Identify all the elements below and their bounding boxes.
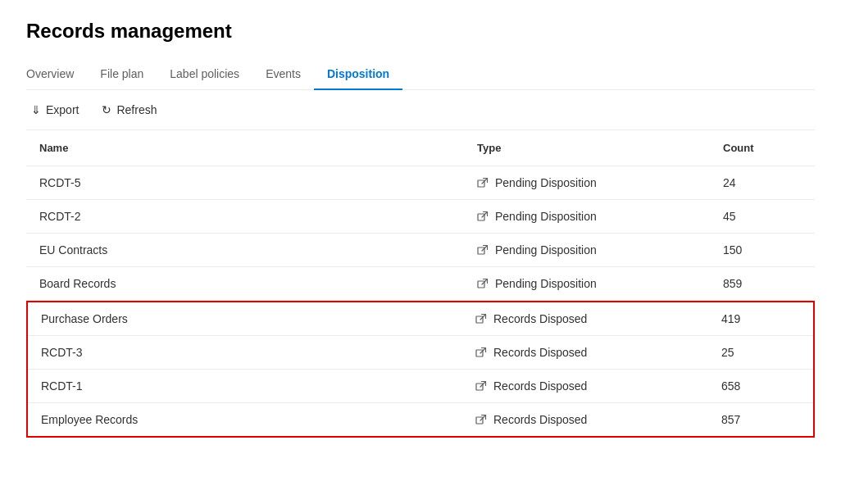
export-label: Export <box>46 103 79 116</box>
external-link-icon <box>475 347 487 358</box>
table-header: Name Type Count <box>26 130 815 166</box>
external-link-icon <box>477 177 489 188</box>
row-type: Pending Disposition <box>471 166 716 199</box>
table-row[interactable]: RCDT-2 Pending Disposition 45 <box>26 200 815 234</box>
row-name: RCDT-1 <box>28 370 469 402</box>
toolbar: ⇓ Export ↻ Refresh <box>26 90 815 130</box>
row-count: 419 <box>715 302 813 335</box>
svg-rect-3 <box>478 281 484 288</box>
row-name: Employee Records <box>28 403 469 436</box>
table-row-purchase-orders[interactable]: Purchase Orders Records Disposed 419 <box>28 302 813 336</box>
row-type: Records Disposed <box>469 370 715 402</box>
highlighted-section: Purchase Orders Records Disposed 419 RCD… <box>26 301 815 438</box>
tab-label-policies[interactable]: Label policies <box>157 59 252 90</box>
svg-rect-0 <box>478 180 484 187</box>
row-count: 658 <box>715 370 813 402</box>
tab-overview[interactable]: Overview <box>26 59 87 90</box>
table-row-employee-records[interactable]: Employee Records Records Disposed 857 <box>28 403 813 436</box>
row-count: 24 <box>716 166 815 199</box>
row-name: EU Contracts <box>26 234 471 266</box>
refresh-label: Refresh <box>116 103 157 116</box>
nav-tabs: Overview File plan Label policies Events… <box>26 59 815 90</box>
external-link-icon <box>477 244 489 256</box>
page-title: Records management <box>26 20 815 43</box>
external-link-icon <box>475 414 487 425</box>
row-type: Pending Disposition <box>471 234 716 266</box>
table-row-board-records[interactable]: Board Records Pending Disposition 859 <box>26 267 815 301</box>
tab-events[interactable]: Events <box>252 59 314 90</box>
row-name: Board Records <box>26 267 471 300</box>
tab-disposition[interactable]: Disposition <box>314 59 402 90</box>
export-icon: ⇓ <box>31 103 41 116</box>
table-container: Name Type Count RCDT-5 Pending Dispositi… <box>26 130 815 438</box>
refresh-icon: ↻ <box>102 103 111 116</box>
row-count: 45 <box>716 200 815 233</box>
external-link-icon <box>475 313 487 325</box>
row-name: RCDT-2 <box>26 200 471 233</box>
row-name: RCDT-5 <box>26 166 471 199</box>
refresh-button[interactable]: ↻ Refresh <box>97 100 161 120</box>
column-header-count: Count <box>716 137 815 159</box>
external-link-icon <box>477 278 489 289</box>
row-name: RCDT-3 <box>28 336 469 369</box>
svg-rect-6 <box>476 384 483 390</box>
table-row-rcdt3[interactable]: RCDT-3 Records Disposed 25 <box>28 336 813 370</box>
tab-file-plan[interactable]: File plan <box>87 59 157 90</box>
external-link-icon <box>477 211 489 222</box>
svg-rect-1 <box>478 214 484 220</box>
row-count: 150 <box>716 234 815 266</box>
row-count: 859 <box>716 267 815 300</box>
row-type: Pending Disposition <box>471 267 716 300</box>
row-type: Records Disposed <box>469 336 715 369</box>
table-row[interactable]: EU Contracts Pending Disposition 150 <box>26 234 815 267</box>
table-row-rcdt1[interactable]: RCDT-1 Records Disposed 658 <box>28 370 813 403</box>
svg-rect-7 <box>476 417 483 424</box>
page-container: Records management Overview File plan La… <box>0 0 841 504</box>
row-type: Pending Disposition <box>471 200 716 233</box>
column-header-type: Type <box>471 137 716 159</box>
external-link-icon <box>475 380 487 392</box>
svg-rect-4 <box>476 316 483 323</box>
svg-rect-2 <box>478 247 484 254</box>
row-count: 25 <box>715 336 813 369</box>
svg-rect-5 <box>476 350 483 356</box>
row-count: 857 <box>715 403 813 436</box>
row-type: Records Disposed <box>469 302 715 335</box>
row-type: Records Disposed <box>469 403 715 436</box>
table-row[interactable]: RCDT-5 Pending Disposition 24 <box>26 166 815 200</box>
row-name: Purchase Orders <box>28 302 469 335</box>
export-button[interactable]: ⇓ Export <box>26 100 84 120</box>
column-header-name: Name <box>26 137 471 159</box>
